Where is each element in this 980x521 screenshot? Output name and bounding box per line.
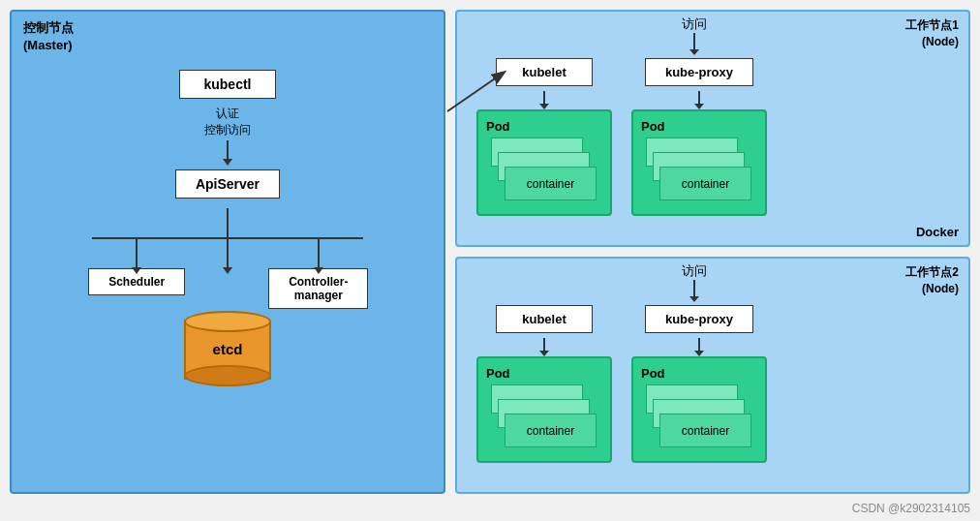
controller-box: Controller-manager — [268, 268, 368, 309]
worker1-access-label: 访问 — [682, 15, 707, 33]
pod-container-box: container — [659, 167, 751, 200]
worker1-pod2: Pod container — [631, 109, 767, 216]
auth-label: 认证 控制访问 — [204, 106, 251, 138]
main-layout: 控制节点 (Master) kubectl 认证 控制访问 ApiServer — [0, 0, 980, 504]
master-label: 控制节点 (Master) — [23, 19, 74, 54]
pod-container-box: container — [505, 167, 597, 200]
pod-container-box: container — [505, 414, 597, 447]
worker1-kubelet: kubelet — [496, 58, 593, 86]
pod-container-box: container — [659, 414, 751, 447]
worker2-kubelet: kubelet — [496, 305, 593, 333]
worker2-pod1: Pod container — [476, 356, 612, 463]
right-side: 工作节点1 (Node) 访问 kubelet — [455, 10, 970, 494]
worker1-pod1: Pod container — [476, 109, 612, 216]
worker1-label: 工作节点1 (Node) — [905, 17, 959, 50]
kubectl-box: kubectl — [179, 70, 276, 99]
watermark: CSDN @k2902314105 — [852, 502, 970, 515]
etcd-cylinder: etcd — [184, 307, 271, 384]
worker2-kube-proxy: kube-proxy — [645, 305, 753, 333]
worker2-access-label: 访问 — [682, 262, 707, 280]
apiserver-box: ApiServer — [175, 169, 280, 199]
worker-node-1: 工作节点1 (Node) 访问 kubelet — [455, 10, 970, 247]
worker-node-2: 工作节点2 (Node) 访问 kubelet — [455, 257, 970, 494]
master-node: 控制节点 (Master) kubectl 认证 控制访问 ApiServer — [10, 10, 445, 494]
worker1-kube-proxy: kube-proxy — [645, 58, 753, 86]
arrow-to-apiserver — [227, 140, 229, 160]
worker2-label: 工作节点2 (Node) — [905, 264, 959, 297]
worker2-pod2: Pod container — [631, 356, 767, 463]
docker-label: Docker — [916, 225, 959, 239]
